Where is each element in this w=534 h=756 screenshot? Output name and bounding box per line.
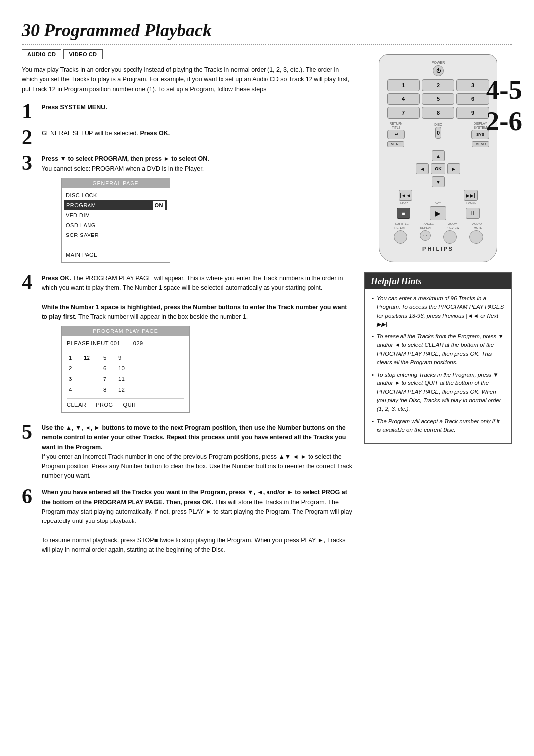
prog-prog[interactable]: PROG	[96, 401, 113, 409]
num-btn-7[interactable]: 7	[387, 107, 420, 119]
num-btn-1[interactable]: 1	[387, 79, 420, 91]
step-4: 4 Press OK. The PROGRAM PLAY PAGE will a…	[22, 272, 354, 416]
prog-cell-6: 6	[101, 364, 116, 374]
prog-cell-4: 4	[67, 385, 82, 395]
next-btn[interactable]: ▶▶|	[464, 190, 478, 201]
osd-label-scr-saver: SCR SAVER	[66, 231, 99, 239]
power-area: ⏻	[387, 65, 489, 76]
nav-left-btn[interactable]: ◄	[416, 163, 429, 174]
prog-cell-2: 2	[67, 364, 82, 374]
mid-controls-row: RETURN TITLE ↩ DISC 0 DISPLAY SYSTEM	[387, 122, 489, 139]
tab-audio-cd[interactable]: AUDIO CD	[22, 49, 61, 59]
osd-row-vfd-dim: VFD DIM	[66, 210, 166, 220]
circle-btn-3[interactable]	[469, 230, 483, 244]
disc-zero-group: DISC 0	[434, 123, 442, 139]
osd-row-spacer	[66, 240, 166, 250]
section-divider	[22, 44, 512, 45]
osd-row-main-page: MAIN PAGE	[66, 250, 166, 260]
tab-bar: AUDIO CD VIDEO CD	[22, 49, 354, 59]
ok-btn[interactable]: OK	[431, 163, 445, 174]
step-2: 2 GENERAL SETUP will be selected. Press …	[22, 127, 354, 147]
nav-up-btn[interactable]: ▲	[432, 150, 445, 161]
num-btn-9[interactable]: 9	[456, 107, 489, 119]
prog-title: PROGRAM PLAY PAGE	[62, 326, 189, 336]
prog-grid: 1 12 5 9 2 6 10 3 7 11	[67, 353, 184, 395]
step-4-after: The Track number will appear in the box …	[77, 313, 248, 320]
prog-cell-10: 10	[116, 364, 131, 374]
prog-cell: 1	[67, 353, 82, 363]
numpad-row1: 1 2 3 4 5 6 7 8 9	[387, 79, 489, 119]
spacer	[436, 190, 441, 201]
zero-btn[interactable]: 0	[435, 127, 441, 139]
remote-control: POWER ⏻ 1 2 3 4 5 6 7	[379, 54, 497, 262]
circle-btns-row: A-B	[387, 230, 489, 244]
mute-label: MUTE	[474, 226, 482, 229]
prog-body: PLEASE INPUT 001 - - - 029 1 12 5 9 2 6 …	[62, 336, 189, 412]
osd-general-page-box: - - GENERAL PAGE - - DISC LOCK PROGRAM O…	[61, 178, 170, 263]
tab-video-cd[interactable]: VIDEO CD	[63, 49, 102, 59]
prog-quit[interactable]: QUIT	[123, 401, 137, 409]
prog-input-line: PLEASE INPUT 001 - - - 029	[67, 339, 184, 350]
transport-labels: STOP PLAY PAUSE	[387, 201, 489, 204]
repeat-label: REPEAT	[394, 226, 406, 229]
num-btn-5[interactable]: 5	[422, 93, 454, 105]
num-btn-3[interactable]: 3	[456, 79, 489, 91]
menu-row: MENU MENU	[387, 141, 489, 147]
pause-btn[interactable]: II	[466, 208, 480, 219]
step-4-number: 4	[22, 272, 36, 292]
return-title-group: RETURN TITLE ↩	[387, 122, 405, 139]
prog-cell-11: 11	[116, 375, 131, 384]
circle-btn-2[interactable]	[443, 230, 457, 244]
hints-list: You can enter a maximum of 96 Tracks in …	[372, 294, 504, 434]
step-4-content: Press OK. The PROGRAM PLAY PAGE will app…	[42, 272, 354, 416]
num-btn-2[interactable]: 2	[422, 79, 454, 91]
big-number-26: 2-6	[486, 105, 522, 137]
pause-label: PAUSE	[466, 201, 476, 204]
subtitle-label: SUBTITLE	[395, 222, 409, 225]
page-title: 30 Programmed Playback	[22, 20, 512, 41]
stop-label: STOP	[400, 201, 408, 204]
disc-menu-btn[interactable]: MENU	[387, 141, 404, 147]
osd-body: DISC LOCK PROGRAM ON VFD DIM OSD LANG SC…	[62, 188, 170, 262]
osd-row-program: PROGRAM ON	[64, 200, 167, 210]
transport-row: ■ ▶ II	[387, 206, 489, 220]
system-menu-btn2[interactable]: MENU	[472, 141, 489, 147]
step-4-ok-label: Press OK. The PROGRAM PLAY PAGE will app…	[42, 275, 343, 291]
play-btn[interactable]: ▶	[430, 206, 446, 220]
prog-cell-empty3	[82, 385, 101, 395]
num-btn-8[interactable]: 8	[422, 107, 454, 119]
step-1-content: Press SYSTEM MENU.	[42, 101, 354, 112]
step-5-content: Use the ▲, ▼, ◄, ► buttons to move to th…	[42, 422, 354, 481]
step-2-prefix: GENERAL SETUP will be selected.	[42, 130, 140, 137]
play-label: PLAY	[434, 201, 441, 204]
big-number-45: 4-5	[486, 74, 522, 105]
osd-label-vfd-dim: VFD DIM	[66, 211, 90, 220]
content-layout: AUDIO CD VIDEO CD You may play Tracks in…	[22, 49, 512, 560]
nav-right-btn[interactable]: ►	[447, 163, 460, 174]
philips-label: PHILIPS	[387, 246, 489, 252]
osd-label-osd-lang: OSD LANG	[66, 221, 96, 230]
num-btn-4[interactable]: 4	[387, 93, 420, 105]
prog-cell-8: 8	[101, 385, 116, 395]
prog-cell-empty1	[82, 364, 101, 374]
step-3: 3 Press ▼ to select PROGRAM, then press …	[22, 152, 354, 267]
step-2-bold: Press OK.	[140, 130, 170, 137]
step-5-normal: If you enter an incorrect Track number i…	[42, 453, 352, 479]
num-btn-6[interactable]: 6	[456, 93, 489, 105]
page-container: 30 Programmed Playback AUDIO CD VIDEO CD…	[0, 0, 534, 580]
nav-down-btn[interactable]: ▼	[432, 176, 445, 187]
step-6: 6 When you have entered all the Tracks y…	[22, 486, 354, 555]
system-label: SYSTEM	[474, 126, 487, 129]
ab-circle-btn[interactable]: A-B	[420, 230, 431, 241]
prog-clear[interactable]: CLEAR	[67, 401, 86, 409]
step-2-number: 2	[22, 127, 36, 147]
stop-btn[interactable]: ■	[397, 208, 410, 219]
left-column: AUDIO CD VIDEO CD You may play Tracks in…	[22, 49, 354, 560]
power-button[interactable]: ⏻	[433, 65, 444, 76]
prev-btn[interactable]: |◄◄	[399, 190, 412, 201]
intro-text: You may play Tracks in an order you spec…	[22, 65, 354, 94]
return-title-btn[interactable]: ↩	[387, 130, 405, 139]
step-3-normal: You cannot select PROGRAM when a DVD is …	[42, 165, 204, 172]
right-column: POWER ⏻ 1 2 3 4 5 6 7	[364, 49, 512, 560]
circle-btn-1[interactable]	[394, 230, 407, 244]
